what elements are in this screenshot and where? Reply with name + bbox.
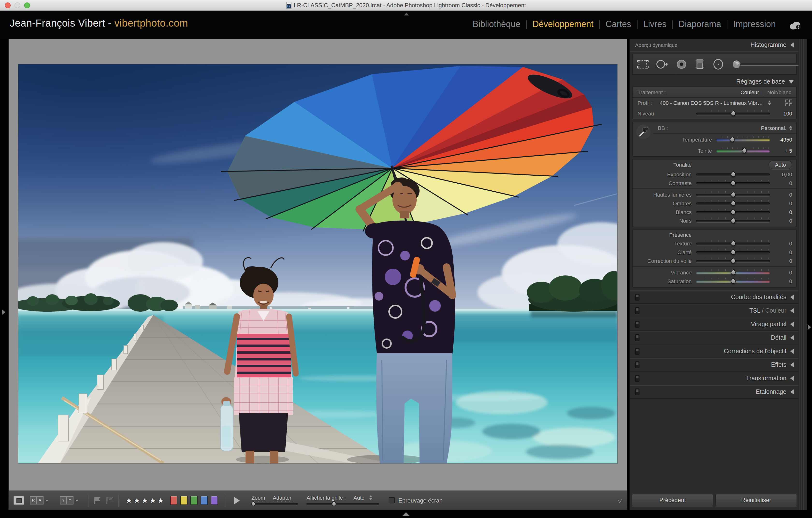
slider-value[interactable]: 0 — [770, 180, 792, 186]
panel-toggle-switch[interactable] — [635, 348, 639, 355]
slider-value[interactable]: 0 — [770, 241, 792, 246]
photo-canvas[interactable] — [18, 64, 617, 463]
tint-slider[interactable] — [716, 147, 770, 154]
spot-removal-icon[interactable] — [656, 58, 669, 70]
previous-button[interactable]: Précédent — [632, 494, 714, 507]
reject-flag-icon[interactable] — [105, 496, 114, 504]
clarity-slider[interactable] — [696, 249, 770, 255]
module-impression[interactable]: Impression — [733, 19, 776, 29]
compare-dropdown-icon[interactable] — [46, 499, 48, 501]
vibrance-slider[interactable] — [696, 269, 770, 276]
slider-value[interactable]: 0 — [770, 278, 792, 284]
panel-split-toning[interactable]: Virage partiel — [630, 317, 799, 331]
red-eye-correction-icon[interactable] — [675, 58, 688, 70]
profile-browser-icon[interactable] — [785, 99, 792, 106]
color-label-blue[interactable] — [201, 496, 208, 505]
treatment-color-option[interactable]: Couleur — [741, 89, 759, 95]
panel-resize-grip[interactable] — [799, 39, 804, 510]
smart-preview-status[interactable]: Aperçu dynamique — [635, 42, 677, 48]
zoom-button[interactable] — [24, 2, 30, 8]
loupe-view-icon[interactable] — [13, 496, 24, 505]
slider-value[interactable]: 0 — [770, 201, 792, 206]
impromptu-slideshow-icon[interactable] — [234, 496, 240, 504]
slider-value[interactable]: 0 — [770, 249, 792, 255]
basic-panel-header[interactable]: Réglages de base — [630, 77, 799, 87]
slider-value[interactable]: 4950 — [770, 136, 792, 142]
reset-button[interactable]: Réinitialiser — [715, 494, 797, 507]
compare-view-icon[interactable]: RA — [30, 496, 48, 505]
show-filmstrip-arrow-icon[interactable] — [402, 512, 410, 516]
slider-value[interactable]: 0 — [770, 258, 792, 264]
module-bibliotheque[interactable]: Bibliothèque — [472, 19, 520, 29]
cloud-sync-icon[interactable] — [789, 20, 802, 32]
slider-value[interactable]: 0,00 — [770, 172, 792, 177]
module-diaporama[interactable]: Diaporama — [678, 19, 721, 29]
texture-slider[interactable] — [696, 240, 770, 247]
radial-filter-icon[interactable] — [712, 58, 725, 70]
zoom-slider[interactable] — [252, 502, 298, 506]
panel-lens-corrections[interactable]: Corrections de l'objectif — [630, 344, 799, 358]
toolbar-options-icon[interactable]: ▽ — [618, 497, 622, 504]
fit-label[interactable]: Adapter — [273, 495, 291, 500]
panel-detail[interactable]: Détail — [630, 331, 799, 344]
color-label-red[interactable] — [170, 496, 178, 505]
temperature-slider[interactable] — [716, 136, 770, 143]
panel-toggle-switch[interactable] — [635, 307, 639, 314]
module-livres[interactable]: Livres — [643, 19, 667, 29]
color-label-green[interactable] — [191, 496, 198, 505]
panel-transform[interactable]: Transformation — [630, 372, 799, 385]
treatment-bw-option[interactable]: Noir/blanc — [767, 89, 791, 95]
dehaze-slider[interactable] — [696, 257, 770, 264]
crop-overlay-icon[interactable] — [637, 58, 649, 70]
module-cartes[interactable]: Cartes — [606, 19, 631, 29]
panel-hsl-color[interactable]: TSL / Couleur — [630, 304, 799, 317]
shadows-slider[interactable] — [696, 200, 770, 207]
show-left-panel-arrow-icon[interactable] — [2, 309, 5, 315]
whites-slider[interactable] — [696, 209, 770, 215]
highlights-slider[interactable] — [696, 191, 770, 198]
survey-view-icon[interactable]: YY — [60, 496, 78, 505]
saturation-slider[interactable] — [696, 278, 770, 284]
slider-value[interactable]: 0 — [770, 192, 792, 197]
module-developpement[interactable]: Développement — [533, 19, 593, 29]
wb-preset-select[interactable]: Personnal. — [761, 125, 792, 131]
slider-value[interactable]: 0 — [770, 270, 792, 275]
color-label-purple[interactable] — [211, 496, 218, 505]
amount-slider[interactable] — [696, 110, 770, 117]
panel-toggle-switch[interactable] — [635, 361, 639, 368]
graduated-filter-icon[interactable] — [694, 58, 706, 70]
panel-toggle-switch[interactable] — [635, 294, 639, 301]
panel-toggle-switch[interactable] — [635, 389, 639, 395]
panel-calibration[interactable]: Etalonnage — [630, 385, 799, 399]
minimize-button[interactable] — [14, 2, 20, 8]
slider-value[interactable]: 0 — [770, 218, 792, 224]
auto-tone-button[interactable]: Auto — [769, 160, 792, 169]
profile-stepper-icon[interactable] — [768, 100, 771, 105]
star-rating[interactable]: ★★★★★ — [126, 496, 166, 505]
exposure-slider[interactable] — [696, 171, 770, 178]
panel-effects[interactable]: Effets — [630, 358, 799, 372]
panel-toggle-switch[interactable] — [635, 334, 639, 341]
hide-right-panel-arrow-icon[interactable] — [808, 324, 811, 330]
zoom-label[interactable]: Zoom — [252, 495, 265, 500]
profile-value[interactable]: 400 - Canon EOS 5DS R - Lumineux Vibrant… — [660, 100, 765, 106]
grid-mode-select[interactable]: Auto — [353, 495, 372, 500]
blacks-slider[interactable] — [696, 217, 770, 224]
panel-toggle-switch[interactable] — [635, 375, 639, 382]
panel-tone-curve[interactable]: Courbe des tonalités — [630, 291, 799, 304]
adjustment-brush-icon[interactable] — [731, 58, 799, 70]
survey-dropdown-icon[interactable] — [76, 499, 78, 501]
collapse-top-panel-arrow-icon[interactable] — [404, 12, 409, 16]
wb-eyedropper-icon[interactable] — [636, 125, 650, 139]
histogram-panel-header[interactable]: Aperçu dynamique Histogramme — [630, 39, 799, 51]
color-label-yellow[interactable] — [180, 496, 188, 505]
contrast-slider[interactable] — [696, 180, 770, 186]
panel-toggle-switch[interactable] — [635, 321, 639, 328]
amount-value[interactable]: 100 — [770, 111, 792, 117]
soft-proofing-checkbox[interactable] — [389, 497, 395, 504]
grid-size-slider[interactable] — [307, 502, 379, 506]
close-button[interactable] — [5, 2, 11, 8]
slider-value[interactable]: + 5 — [770, 148, 792, 153]
slider-value[interactable]: 0 — [770, 209, 792, 215]
pick-flag-icon[interactable] — [93, 496, 102, 504]
